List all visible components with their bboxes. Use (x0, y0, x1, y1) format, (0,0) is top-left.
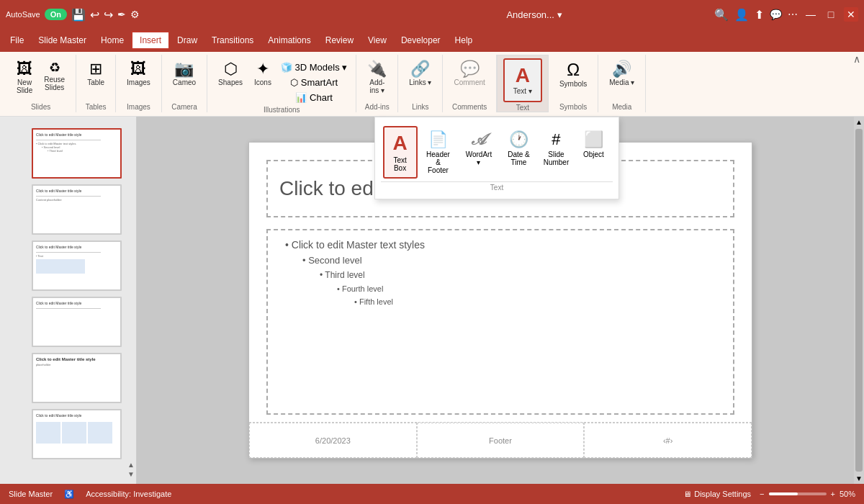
table-label: Table (87, 78, 104, 86)
ribbon-group-media: 🔊 Media ▾ Media (598, 55, 646, 112)
textbox-icon: A (392, 132, 407, 155)
slide-thumbnail-4[interactable]: 4 Click to edit Master title style (32, 297, 122, 347)
links-icon: 🔗 (410, 61, 430, 77)
3d-models-button[interactable]: 🧊 3D Models ▾ (278, 60, 350, 74)
customize-icon[interactable]: ✒ (117, 9, 126, 20)
comment-button[interactable]: 💬 Comment (449, 58, 490, 90)
comments-icon[interactable]: 💬 (770, 9, 782, 20)
zoom-in-button[interactable]: + (831, 490, 835, 498)
object-label: Object (583, 150, 604, 158)
header-footer-dropdown-item[interactable]: 📄 Header& Footer (420, 126, 456, 179)
symbols-group-label: Symbols (554, 102, 592, 112)
slide-thumbnail-2[interactable]: 2 Click to edit Master title style Conte… (32, 184, 122, 235)
links-label: Links ▾ (409, 78, 431, 86)
menu-insert[interactable]: Insert (131, 31, 170, 50)
autosave-toggle[interactable]: On (45, 9, 67, 20)
text-button[interactable]: A Text ▾ (503, 58, 542, 102)
slide-2-content: Click to edit Master title style Content… (33, 186, 120, 233)
addins-button[interactable]: 🔌 Add-ins ▾ (362, 58, 392, 98)
zoom-slider[interactable] (769, 492, 827, 495)
right-scroll: ▲ ▼ (854, 117, 864, 484)
close-button[interactable]: ✕ (844, 7, 858, 22)
ribbon-group-links: 🔗 Links ▾ Links (398, 55, 443, 112)
autosave-label: AutoSave (6, 10, 40, 19)
datetime-dropdown-item[interactable]: 🕐 Date &Time (501, 126, 536, 179)
dropdown-icon[interactable]: ▾ (557, 9, 562, 20)
minimize-button[interactable]: — (804, 7, 818, 22)
slide-4-content: Click to edit Master title style (33, 298, 120, 346)
smartart-button[interactable]: ⬡ SmartArt (278, 76, 350, 89)
status-bar-right: 🖥 Display Settings − + 50% (683, 490, 855, 498)
menu-home[interactable]: Home (94, 32, 131, 48)
scroll-thumb[interactable] (855, 129, 863, 472)
camera-group-content: 📷 Cameo (168, 55, 201, 102)
chart-icon: 📊 Chart (295, 92, 332, 103)
accessibility-label[interactable]: Accessibility: Investigate (86, 490, 171, 498)
object-icon: ⬜ (584, 130, 603, 149)
menu-help[interactable]: Help (448, 32, 480, 48)
maximize-button[interactable]: □ (824, 7, 838, 22)
search-icon[interactable]: 🔍 (714, 8, 729, 22)
share-icon[interactable]: ⬆ (755, 8, 764, 22)
ribbon-group-tables: ⊞ Table Tables (76, 55, 116, 112)
slide-number-dropdown-item[interactable]: # SlideNumber (539, 126, 573, 179)
media-button[interactable]: 🔊 Media ▾ (604, 58, 639, 90)
scroll-up-button[interactable]: ▲ (127, 461, 135, 469)
menu-file[interactable]: File (3, 32, 31, 48)
display-settings-button[interactable]: 🖥 Display Settings (683, 490, 751, 498)
symbols-button[interactable]: Ω Symbols (554, 58, 592, 91)
menu-developer[interactable]: Developer (394, 32, 448, 48)
body-line-3: • Third level (279, 270, 721, 280)
wordart-dropdown-item[interactable]: 𝒜 WordArt ▾ (459, 126, 498, 179)
table-button[interactable]: ⊞ Table (82, 58, 109, 90)
chart-button[interactable]: 📊 Chart (278, 91, 350, 104)
account-icon[interactable]: 👤 (734, 8, 749, 22)
textbox-dropdown-item[interactable]: A TextBox (383, 126, 418, 179)
body-line-2: • Second level (279, 255, 721, 266)
images-button[interactable]: 🖼 Images (122, 58, 156, 90)
addins-label: Add-ins ▾ (369, 78, 384, 94)
menu-transitions[interactable]: Transitions (204, 32, 261, 48)
scroll-down-arrow[interactable]: ▼ (854, 473, 864, 484)
slide-thumbnail-5[interactable]: 5 Click to edit Master title style place… (32, 353, 122, 403)
text-dropdown-items: A TextBox 📄 Header& Footer 𝒜 WordArt ▾ 🕐… (380, 123, 614, 181)
menu-animations[interactable]: Animations (261, 32, 318, 48)
ribbon: 🖼 NewSlide ♻ ReuseSlides Slides ⊞ Table … (0, 52, 864, 117)
undo-icon[interactable]: ↩ (90, 8, 99, 22)
scroll-up-arrow[interactable]: ▲ (854, 117, 864, 127)
scroll-down-button[interactable]: ▼ (127, 470, 135, 478)
menu-view[interactable]: View (361, 32, 394, 48)
slide-thumbnail-1[interactable]: 1 Click to edit Master title style • Cli… (32, 128, 122, 179)
zoom-out-button[interactable]: − (760, 490, 764, 498)
ribbon-group-addins: 🔌 Add-ins ▾ Add-ins (356, 55, 398, 112)
format-icon[interactable]: ⚙ (130, 9, 140, 20)
menu-slide-master[interactable]: Slide Master (31, 32, 94, 48)
text-group-content: A Text ▾ (503, 55, 542, 102)
more-icon[interactable]: ⋯ (788, 9, 798, 20)
slide-thumbnail-3[interactable]: 3 Click to edit Master title style • Tex… (32, 240, 122, 291)
3d-icon: 🧊 3D Models ▾ (281, 62, 347, 73)
table-icon: ⊞ (89, 61, 102, 77)
menu-review[interactable]: Review (318, 32, 361, 48)
save-icon[interactable]: 💾 (71, 8, 86, 22)
object-dropdown-item[interactable]: ⬜ Object (576, 126, 611, 179)
ribbon-group-images: 🖼 Images Images (116, 55, 162, 112)
cameo-button[interactable]: 📷 Cameo (168, 58, 201, 90)
ribbon-collapse-button[interactable]: ∧ (850, 52, 864, 66)
links-group-content: 🔗 Links ▾ (404, 55, 436, 102)
new-slide-button[interactable]: 🖼 NewSlide (12, 58, 37, 98)
links-button[interactable]: 🔗 Links ▾ (404, 58, 436, 90)
slide-body-area[interactable]: • Click to edit Master text styles • Sec… (266, 229, 734, 415)
header-footer-label: Header& Footer (426, 150, 451, 174)
reuse-label: ReuseSlides (44, 76, 65, 91)
filename: Anderson... (506, 9, 554, 20)
icons-button[interactable]: ✦ Icons (249, 58, 276, 90)
shapes-button[interactable]: ⬡ Shapes (213, 58, 248, 90)
symbols-label: Symbols (559, 80, 587, 88)
reuse-slides-button[interactable]: ♻ ReuseSlides (39, 58, 70, 95)
slide-thumbnail-6[interactable]: 6 Click to edit Master title style (32, 409, 122, 459)
menu-draw[interactable]: Draw (170, 32, 204, 48)
slide-panel-scroll: ▲ ▼ (126, 461, 136, 478)
footer-page-cell: ‹#› (584, 423, 752, 458)
redo-icon[interactable]: ↪ (104, 8, 113, 22)
